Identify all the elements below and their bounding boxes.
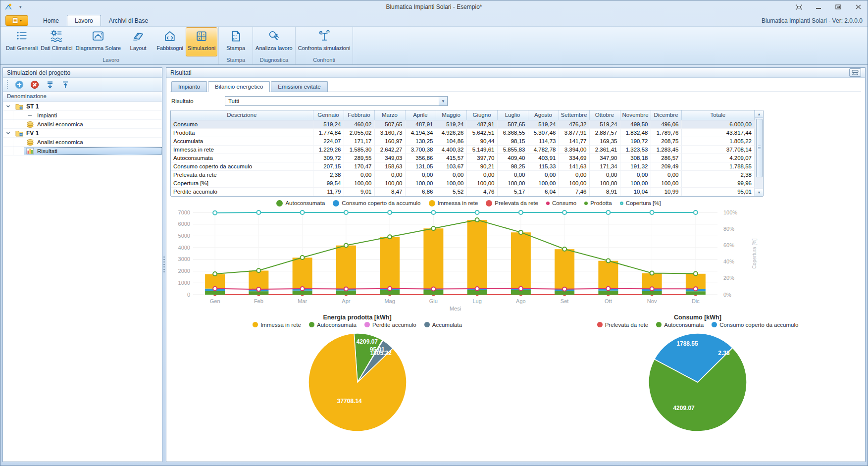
- ribbon-button-dati-generali[interactable]: Dati Generali: [4, 27, 39, 56]
- column-header-novembre[interactable]: Novembre: [620, 110, 651, 120]
- legend-item[interactable]: Autoconsumata: [309, 322, 357, 328]
- column-header-totale[interactable]: Totale: [681, 110, 755, 120]
- add-simulation-button[interactable]: [14, 80, 24, 89]
- column-header-gennaio[interactable]: Gennaio: [313, 110, 344, 120]
- scrollbar-thumb[interactable]: [756, 119, 763, 177]
- table-row[interactable]: Accumulata224,07171,17160,97130,25104,86…: [171, 137, 755, 145]
- ribbon-button-stampa[interactable]: + -x = Stampa: [220, 27, 252, 56]
- table-row[interactable]: Consumo519,24460,02507,65487,91519,24487…: [171, 120, 755, 128]
- legend-item[interactable]: Prelevata da rete: [486, 200, 538, 207]
- general-data-icon: [15, 29, 29, 44]
- ribbon-group-stampa: + -x = Stampa Stampa: [219, 27, 253, 64]
- move-to-top-button[interactable]: [60, 80, 70, 89]
- legend-item[interactable]: Accumulata: [424, 322, 462, 328]
- table-cell: 0,00: [589, 170, 620, 179]
- legend-item[interactable]: Prodotta: [584, 200, 612, 206]
- ribbon-button-simulazioni[interactable]: +-x= Simulazioni: [186, 27, 217, 56]
- column-header-settembre[interactable]: Settembre: [559, 110, 589, 120]
- column-header-febbraio[interactable]: Febbraio: [344, 110, 374, 120]
- table-row[interactable]: Perdite accumulo11,799,018,476,865,524,7…: [171, 187, 755, 196]
- fullscreen-button[interactable]: [793, 3, 804, 11]
- svg-text:40%: 40%: [723, 259, 734, 264]
- row-total: 6.000,00: [681, 120, 755, 128]
- ribbon-tab-lavoro[interactable]: Lavoro: [67, 15, 101, 26]
- svg-text:100%: 100%: [723, 209, 737, 215]
- tab-impianto[interactable]: Impianto: [171, 81, 207, 92]
- table-row[interactable]: Prodotta1.774,842.055,023.160,734.194,34…: [171, 128, 755, 137]
- close-button[interactable]: [853, 3, 864, 11]
- column-header-aprile[interactable]: Aprile: [405, 110, 436, 120]
- tree-item-analisi-economica[interactable]: Analisi economica: [3, 138, 162, 147]
- tab-emissioni-evitate[interactable]: Emissioni evitate: [271, 81, 327, 92]
- dash-icon: [26, 112, 35, 119]
- legend-item[interactable]: Immessa in rete: [253, 322, 301, 328]
- column-header-ottobre[interactable]: Ottobre: [589, 110, 620, 120]
- table-cell: 289,55: [344, 154, 374, 162]
- legend-item[interactable]: Autoconsumata: [656, 322, 704, 328]
- ribbon-button-analizza-lavoro[interactable]: Analizza lavoro: [254, 27, 294, 56]
- legend-item[interactable]: Consumo: [546, 200, 576, 206]
- legend-item[interactable]: Consumo coperto da accumulo: [333, 200, 420, 207]
- ribbon-button-layout[interactable]: Layout: [122, 27, 154, 56]
- legend-item[interactable]: Prelevata da rete: [597, 322, 649, 328]
- ribbon-button-diagramma-solare[interactable]: Diagramma Solare: [74, 27, 122, 56]
- table-vertical-scrollbar[interactable]: ▲ ▼: [755, 110, 763, 196]
- table-row[interactable]: Autoconsumata309,72289,55349,03356,86415…: [171, 154, 755, 162]
- table-cell: 141,77: [559, 137, 589, 145]
- table-row[interactable]: Immessa in rete1.229,261.585,302.642,273…: [171, 145, 755, 154]
- ribbon-tab-home[interactable]: Home: [35, 15, 67, 26]
- tree-item-analisi-economica[interactable]: Analisi economica: [3, 120, 162, 129]
- results-panel: Risultati Impianto Bilancio energetico E…: [166, 67, 866, 462]
- maximize-button[interactable]: [833, 3, 844, 11]
- legend-item[interactable]: Copertura [%]: [620, 200, 661, 206]
- tree-item-fv-1[interactable]: FV 1: [3, 129, 162, 138]
- quick-access-caret-icon[interactable]: ▾: [19, 4, 22, 9]
- table-row[interactable]: Prelevata da rete2,380,000,000,000,000,0…: [171, 170, 755, 179]
- svg-text:4209.07: 4209.07: [356, 338, 378, 345]
- tree-item-risultati[interactable]: Risultati: [3, 147, 162, 155]
- table-cell: 334,69: [559, 154, 589, 162]
- minimize-button[interactable]: [813, 3, 824, 11]
- produced-energy-pie-block: Energia prodotta [kWh] Immessa in reteAu…: [170, 314, 544, 436]
- tree-expander-icon[interactable]: [6, 131, 13, 135]
- table-cell: 309,72: [313, 154, 344, 162]
- ribbon-button-dati-climatici[interactable]: Dati Climatici: [39, 27, 74, 56]
- column-header-marzo[interactable]: Marzo: [374, 110, 405, 120]
- legend-item[interactable]: Consumo coperto da accumulo: [712, 322, 798, 328]
- delete-simulation-button[interactable]: [30, 80, 39, 89]
- scroll-up-button[interactable]: ▲: [755, 110, 763, 118]
- tab-bilancio-energetico[interactable]: Bilancio energetico: [208, 81, 270, 92]
- column-header-luglio[interactable]: Luglio: [497, 110, 528, 120]
- solar-diagram-icon: [91, 29, 105, 44]
- column-header-descrizione[interactable]: Descrizione: [171, 110, 313, 120]
- column-header-maggio[interactable]: Maggio: [436, 110, 466, 120]
- column-header-agosto[interactable]: Agosto: [528, 110, 559, 120]
- tree-expander-icon[interactable]: [6, 104, 13, 108]
- move-to-bottom-button[interactable]: [45, 80, 54, 89]
- panel-splitter[interactable]: [162, 67, 166, 462]
- column-header-dicembre[interactable]: Dicembre: [651, 110, 681, 120]
- toolbar-grip[interactable]: [7, 80, 8, 89]
- legend-item[interactable]: Immessa in rete: [429, 200, 478, 207]
- ribbon-button-fabbisogni[interactable]: Fabbisogni: [154, 27, 186, 56]
- panel-resize-button[interactable]: [849, 68, 861, 77]
- legend-item[interactable]: Perdite accumulo: [364, 322, 416, 328]
- legend-item[interactable]: Autoconsumata: [276, 200, 325, 207]
- table-cell: 496,06: [651, 120, 681, 128]
- column-header-giugno[interactable]: Giugno: [466, 110, 497, 120]
- legend-marker-icon: [309, 322, 314, 327]
- ribbon-tab-archivi[interactable]: Archivi di Base: [101, 15, 156, 26]
- table-row[interactable]: Copertura [%]99,54100,00100,00100,00100,…: [171, 179, 755, 187]
- svg-text:1805.22: 1805.22: [370, 350, 392, 357]
- row-label: Prelevata da rete: [171, 170, 313, 179]
- scroll-down-button[interactable]: ▼: [755, 189, 763, 196]
- table-row[interactable]: Consumo coperto da accumulo207,15170,471…: [171, 162, 755, 170]
- svg-text:4209.07: 4209.07: [673, 405, 695, 412]
- table-cell: 100,00: [589, 179, 620, 187]
- combobox-dropdown-button[interactable]: ▼: [439, 97, 447, 105]
- ribbon-button-confronta-simulazioni[interactable]: AB Confronta simulazioni: [297, 27, 352, 56]
- result-filter-combobox[interactable]: Tutti ▼: [225, 96, 448, 106]
- application-menu-button[interactable]: ▾: [5, 15, 28, 26]
- tree-item-impianti[interactable]: Impianti: [3, 111, 162, 120]
- tree-item-st-1[interactable]: ST 1: [3, 102, 162, 111]
